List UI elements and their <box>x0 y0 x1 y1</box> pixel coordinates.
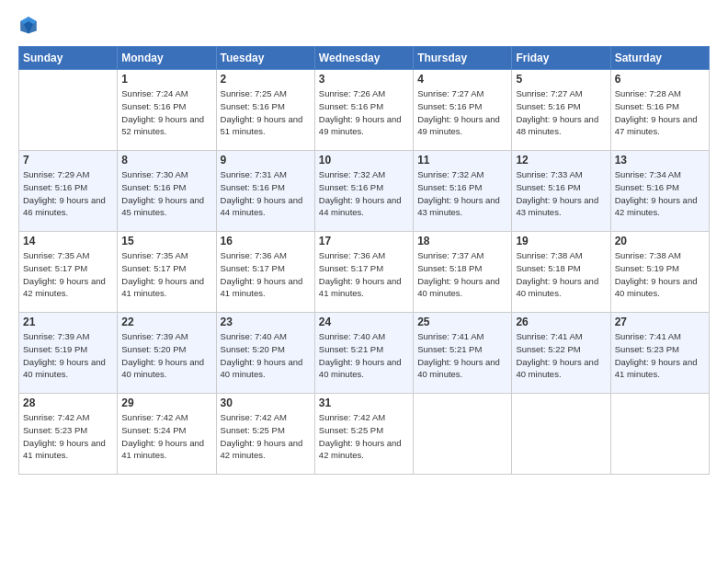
day-info: Sunrise: 7:24 AMSunset: 5:16 PMDaylight:… <box>121 87 211 138</box>
weekday-header: Thursday <box>414 47 512 70</box>
logo-icon <box>18 15 39 35</box>
day-info: Sunrise: 7:41 AMSunset: 5:21 PMDaylight:… <box>417 330 507 381</box>
calendar-cell <box>512 394 610 475</box>
calendar-cell: 16Sunrise: 7:36 AMSunset: 5:17 PMDayligh… <box>216 232 314 313</box>
calendar-week-row: 7Sunrise: 7:29 AMSunset: 5:16 PMDaylight… <box>19 151 710 232</box>
day-number: 24 <box>319 316 409 328</box>
calendar-cell: 11Sunrise: 7:32 AMSunset: 5:16 PMDayligh… <box>414 151 512 232</box>
logo <box>18 15 42 35</box>
day-number: 15 <box>121 235 211 247</box>
calendar: SundayMondayTuesdayWednesdayThursdayFrid… <box>18 46 710 475</box>
day-info: Sunrise: 7:41 AMSunset: 5:22 PMDaylight:… <box>516 330 606 381</box>
day-number: 23 <box>221 316 311 328</box>
day-number: 30 <box>221 396 311 409</box>
calendar-cell: 27Sunrise: 7:41 AMSunset: 5:23 PMDayligh… <box>610 313 709 394</box>
weekday-header: Tuesday <box>216 47 314 70</box>
day-number: 9 <box>221 154 311 167</box>
day-info: Sunrise: 7:36 AMSunset: 5:17 PMDaylight:… <box>221 249 311 300</box>
day-number: 7 <box>23 154 113 167</box>
day-info: Sunrise: 7:32 AMSunset: 5:16 PMDaylight:… <box>417 168 507 219</box>
day-number: 5 <box>516 73 606 86</box>
weekday-header: Monday <box>118 47 216 70</box>
page: SundayMondayTuesdayWednesdayThursdayFrid… <box>0 0 728 563</box>
calendar-cell: 12Sunrise: 7:33 AMSunset: 5:16 PMDayligh… <box>512 151 610 232</box>
day-number: 20 <box>615 235 705 247</box>
day-info: Sunrise: 7:32 AMSunset: 5:16 PMDaylight:… <box>319 168 409 219</box>
day-number: 12 <box>516 154 606 167</box>
day-info: Sunrise: 7:42 AMSunset: 5:25 PMDaylight:… <box>221 411 311 462</box>
calendar-cell: 21Sunrise: 7:39 AMSunset: 5:19 PMDayligh… <box>19 313 118 394</box>
calendar-cell: 24Sunrise: 7:40 AMSunset: 5:21 PMDayligh… <box>314 313 413 394</box>
header <box>18 15 710 35</box>
day-number: 29 <box>121 396 211 409</box>
day-number: 18 <box>417 235 507 247</box>
day-number: 26 <box>516 316 606 328</box>
day-info: Sunrise: 7:38 AMSunset: 5:18 PMDaylight:… <box>516 249 606 300</box>
day-number: 25 <box>417 316 507 328</box>
day-info: Sunrise: 7:35 AMSunset: 5:17 PMDaylight:… <box>23 249 113 300</box>
calendar-week-row: 14Sunrise: 7:35 AMSunset: 5:17 PMDayligh… <box>19 232 710 313</box>
day-number: 14 <box>23 235 113 247</box>
day-info: Sunrise: 7:33 AMSunset: 5:16 PMDaylight:… <box>516 168 606 219</box>
day-number: 27 <box>615 316 705 328</box>
day-number: 6 <box>615 73 705 86</box>
calendar-cell: 29Sunrise: 7:42 AMSunset: 5:24 PMDayligh… <box>118 394 216 475</box>
calendar-cell <box>610 394 709 475</box>
day-info: Sunrise: 7:28 AMSunset: 5:16 PMDaylight:… <box>615 87 705 138</box>
calendar-cell: 8Sunrise: 7:30 AMSunset: 5:16 PMDaylight… <box>118 151 216 232</box>
calendar-cell: 26Sunrise: 7:41 AMSunset: 5:22 PMDayligh… <box>512 313 610 394</box>
day-info: Sunrise: 7:25 AMSunset: 5:16 PMDaylight:… <box>221 87 311 138</box>
calendar-cell: 5Sunrise: 7:27 AMSunset: 5:16 PMDaylight… <box>512 70 610 151</box>
calendar-week-row: 28Sunrise: 7:42 AMSunset: 5:23 PMDayligh… <box>19 394 710 475</box>
calendar-cell: 14Sunrise: 7:35 AMSunset: 5:17 PMDayligh… <box>19 232 118 313</box>
day-number: 17 <box>319 235 409 247</box>
calendar-cell: 10Sunrise: 7:32 AMSunset: 5:16 PMDayligh… <box>314 151 413 232</box>
calendar-cell: 23Sunrise: 7:40 AMSunset: 5:20 PMDayligh… <box>216 313 314 394</box>
weekday-header: Sunday <box>19 47 118 70</box>
day-number: 16 <box>221 235 311 247</box>
calendar-cell: 25Sunrise: 7:41 AMSunset: 5:21 PMDayligh… <box>414 313 512 394</box>
calendar-cell: 6Sunrise: 7:28 AMSunset: 5:16 PMDaylight… <box>610 70 709 151</box>
day-info: Sunrise: 7:42 AMSunset: 5:23 PMDaylight:… <box>23 411 113 462</box>
day-number: 22 <box>121 316 211 328</box>
calendar-cell: 4Sunrise: 7:27 AMSunset: 5:16 PMDaylight… <box>414 70 512 151</box>
calendar-cell: 13Sunrise: 7:34 AMSunset: 5:16 PMDayligh… <box>610 151 709 232</box>
calendar-cell: 7Sunrise: 7:29 AMSunset: 5:16 PMDaylight… <box>19 151 118 232</box>
day-info: Sunrise: 7:37 AMSunset: 5:18 PMDaylight:… <box>417 249 507 300</box>
day-info: Sunrise: 7:40 AMSunset: 5:20 PMDaylight:… <box>221 330 311 381</box>
day-info: Sunrise: 7:30 AMSunset: 5:16 PMDaylight:… <box>121 168 211 219</box>
day-info: Sunrise: 7:39 AMSunset: 5:19 PMDaylight:… <box>23 330 113 381</box>
day-info: Sunrise: 7:41 AMSunset: 5:23 PMDaylight:… <box>615 330 705 381</box>
calendar-cell: 28Sunrise: 7:42 AMSunset: 5:23 PMDayligh… <box>19 394 118 475</box>
day-number: 3 <box>319 73 409 86</box>
day-number: 4 <box>417 73 507 86</box>
day-info: Sunrise: 7:42 AMSunset: 5:24 PMDaylight:… <box>121 411 211 462</box>
day-number: 1 <box>121 73 211 86</box>
day-info: Sunrise: 7:31 AMSunset: 5:16 PMDaylight:… <box>221 168 311 219</box>
day-number: 8 <box>121 154 211 167</box>
day-info: Sunrise: 7:27 AMSunset: 5:16 PMDaylight:… <box>417 87 507 138</box>
day-number: 2 <box>221 73 311 86</box>
day-number: 13 <box>615 154 705 167</box>
calendar-cell: 15Sunrise: 7:35 AMSunset: 5:17 PMDayligh… <box>118 232 216 313</box>
calendar-cell: 3Sunrise: 7:26 AMSunset: 5:16 PMDaylight… <box>314 70 413 151</box>
day-number: 28 <box>23 396 113 409</box>
calendar-cell: 20Sunrise: 7:38 AMSunset: 5:19 PMDayligh… <box>610 232 709 313</box>
day-number: 19 <box>516 235 606 247</box>
day-number: 31 <box>319 396 409 409</box>
calendar-cell: 30Sunrise: 7:42 AMSunset: 5:25 PMDayligh… <box>216 394 314 475</box>
weekday-header: Saturday <box>610 47 709 70</box>
calendar-cell <box>414 394 512 475</box>
day-info: Sunrise: 7:36 AMSunset: 5:17 PMDaylight:… <box>319 249 409 300</box>
weekday-header: Friday <box>512 47 610 70</box>
day-number: 21 <box>23 316 113 328</box>
weekday-header: Wednesday <box>314 47 413 70</box>
calendar-cell: 31Sunrise: 7:42 AMSunset: 5:25 PMDayligh… <box>314 394 413 475</box>
calendar-week-row: 1Sunrise: 7:24 AMSunset: 5:16 PMDaylight… <box>19 70 710 151</box>
day-number: 10 <box>319 154 409 167</box>
day-number: 11 <box>417 154 507 167</box>
calendar-cell: 22Sunrise: 7:39 AMSunset: 5:20 PMDayligh… <box>118 313 216 394</box>
day-info: Sunrise: 7:26 AMSunset: 5:16 PMDaylight:… <box>319 87 409 138</box>
calendar-week-row: 21Sunrise: 7:39 AMSunset: 5:19 PMDayligh… <box>19 313 710 394</box>
day-info: Sunrise: 7:42 AMSunset: 5:25 PMDaylight:… <box>319 411 409 462</box>
